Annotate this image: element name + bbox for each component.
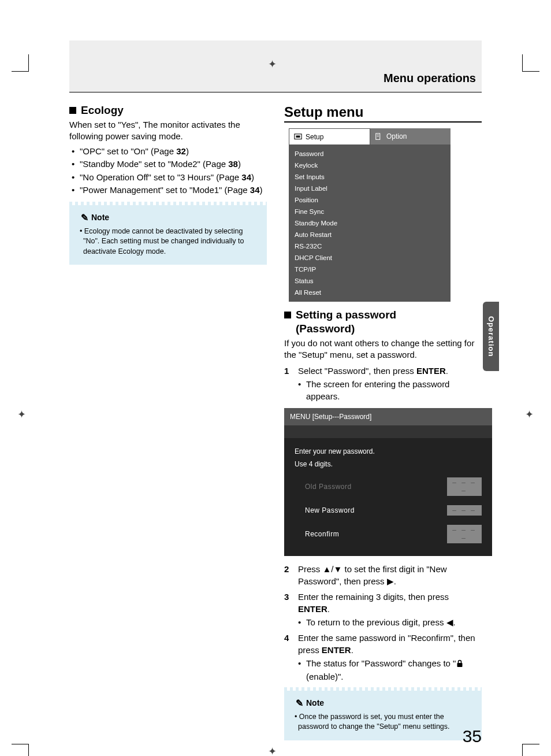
osd-tab-setup: Setup [289, 128, 370, 144]
osd-tab-setup-label: Setup [306, 133, 323, 141]
ecology-bullet: "OPC" set to "On" (Page 32) [80, 145, 267, 158]
password-heading-line1: Setting a password [296, 309, 396, 321]
password-heading-sub: (Password) [284, 323, 482, 335]
step-2: 2 Press ▲/▼ to set the first digit in "N… [284, 563, 482, 587]
password-mask: – – – [447, 505, 482, 516]
pencil-note-icon: ✎ [296, 698, 303, 709]
section-tab-operation: Operation [483, 302, 499, 371]
osd-item: Input Label [289, 183, 451, 194]
ecology-bullet-list: "OPC" set to "On" (Page 32) "Standby Mod… [69, 145, 267, 197]
page-number: 35 [463, 727, 482, 746]
osd-item: Standby Mode [289, 217, 451, 229]
step-4-sub: The status for "Password" changes to " (… [298, 657, 482, 683]
note-heading: ✎ Note [296, 698, 476, 709]
password-heading-line2: (Password) [296, 323, 355, 335]
step-3-sub: To return to the previous digit, press ◀… [298, 616, 482, 628]
note-body: • Once the password is set, you must ent… [296, 712, 476, 732]
osd-item: DHCP Client [289, 252, 451, 264]
note-heading: ✎ Note [81, 212, 261, 223]
password-row-old: Old Password – – – – [305, 477, 482, 496]
password-row-reconfirm: Reconfirm – – – – [305, 525, 482, 543]
osd-item: RS-232C [289, 240, 451, 252]
ecology-bullet: "No Operation Off" set to "3 Hours" (Pag… [80, 171, 267, 184]
password-row-new: New Password – – – [305, 505, 482, 516]
password-osd-line2: Use 4 digits. [295, 460, 482, 468]
registration-mark-left: ✦ [17, 408, 26, 421]
osd-tab-option: Option [370, 128, 451, 144]
crop-mark-tr [522, 54, 539, 72]
note-body: • Ecology mode cannot be deactivated by … [81, 227, 261, 257]
osd-tab-option-label: Option [386, 132, 407, 140]
ecology-bullet: "Power Management" set to "Mode1" (Page … [80, 184, 267, 197]
square-bullet-icon [69, 107, 76, 114]
registration-mark-bottom: ✦ [268, 745, 277, 757]
svg-rect-5 [457, 663, 463, 667]
setup-osd-menu: Setup Option Password Keylock Set Inputs… [289, 128, 451, 302]
registration-mark-right: ✦ [525, 408, 534, 421]
ecology-note: ✎ Note • Ecology mode cannot be deactiva… [69, 205, 267, 265]
password-osd-title: MENU [Setup---Password] [284, 408, 492, 425]
crop-mark-bl [12, 744, 29, 757]
osd-item: Password [289, 148, 451, 160]
pencil-note-icon: ✎ [81, 212, 88, 223]
step-4: 4 Enter the same password in "Reconfirm"… [284, 632, 482, 683]
crop-mark-br [522, 744, 539, 757]
osd-item: Auto Restart [289, 229, 451, 240]
password-steps-cont: 2 Press ▲/▼ to set the first digit in "N… [284, 563, 482, 683]
registration-mark-top: ✦ [268, 58, 277, 71]
osd-item: Status [289, 275, 451, 287]
osd-item: All Reset [289, 287, 451, 298]
osd-item: Position [289, 194, 451, 206]
password-heading: Setting a password [284, 309, 482, 321]
crop-mark-tl [12, 54, 29, 72]
step-1: 1 Select "Password", then press ENTER. T… [284, 365, 482, 402]
ecology-bullet: "Standby Mode" set to "Mode2" (Page 38) [80, 158, 267, 171]
option-tab-icon [375, 133, 383, 140]
ecology-intro: When set to "Yes", The monitor activates… [69, 119, 267, 143]
password-osd-line1: Enter your new password. [295, 447, 482, 455]
setup-menu-title: Setup menu [284, 104, 482, 123]
password-mask: – – – – [447, 525, 482, 543]
osd-item: TCP/IP [289, 264, 451, 275]
right-column: Setup menu Setup Option [284, 104, 482, 740]
osd-item: Keylock [289, 160, 451, 171]
osd-item: Fine Sync [289, 206, 451, 217]
password-steps: 1 Select "Password", then press ENTER. T… [284, 365, 482, 402]
password-osd: MENU [Setup---Password] Enter your new p… [284, 408, 492, 556]
note-label: Note [306, 698, 324, 707]
step-1-sub: The screen for entering the password app… [298, 378, 482, 402]
password-intro: If you do not want others to change the … [284, 338, 482, 361]
left-column: Ecology When set to "Yes", The monitor a… [69, 104, 267, 740]
square-bullet-icon [284, 312, 291, 318]
ecology-heading: Ecology [69, 104, 267, 117]
step-3: 3 Enter the remaining 3 digits, then pre… [284, 591, 482, 628]
svg-rect-1 [296, 135, 300, 138]
lock-icon [456, 658, 464, 670]
page-title: Menu operations [384, 72, 476, 85]
setup-tab-icon [294, 134, 302, 140]
password-note: ✎ Note • Once the password is set, you m… [284, 691, 482, 740]
ecology-heading-text: Ecology [81, 104, 124, 117]
osd-item: Set Inputs [289, 171, 451, 183]
note-label: Note [91, 213, 109, 222]
password-mask: – – – – [447, 477, 482, 496]
